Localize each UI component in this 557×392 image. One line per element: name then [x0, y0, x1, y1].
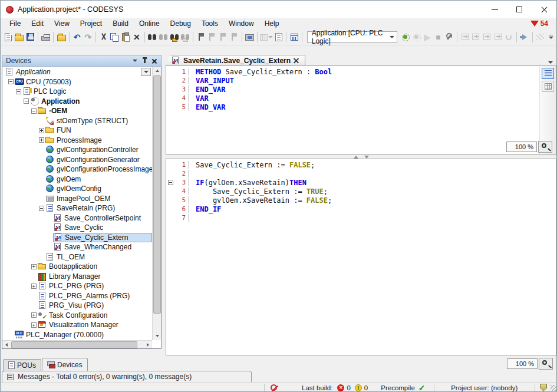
menu-window[interactable]: Window [223, 19, 259, 28]
open-project-button[interactable] [14, 31, 25, 44]
save-project-button[interactable] [25, 31, 35, 44]
start-button[interactable]: ▶ [422, 31, 433, 44]
panel-pin-button[interactable] [140, 57, 149, 65]
find-button[interactable] [147, 31, 157, 44]
tab-devices[interactable]: Devices [42, 358, 88, 371]
tree-item-gvlconfigurationgenerator[interactable]: gvlConfigurationGenerator [2, 155, 152, 165]
scroll-right-button[interactable] [144, 341, 152, 349]
maximize-button[interactable] [507, 1, 532, 18]
tree-item-imagepool-oem[interactable]: ImagePool_OEM [2, 194, 152, 204]
expand-icon[interactable] [31, 322, 37, 328]
editor-tab-list-dropdown[interactable] [548, 61, 553, 64]
collapse-icon[interactable] [31, 108, 37, 114]
paste-button[interactable] [120, 31, 131, 44]
tree-item-application[interactable]: Application [2, 97, 152, 107]
stop-button[interactable]: ■ [433, 31, 444, 44]
tree-item-bootapplication[interactable]: Bootapplication [2, 262, 152, 272]
toolbar-overflow-button[interactable] [546, 31, 556, 44]
tree-item-oem[interactable]: -OEM [2, 106, 152, 116]
panel-menu-button[interactable] [130, 57, 140, 65]
collapse-icon[interactable] [24, 98, 29, 104]
flow-control-button[interactable] [535, 31, 545, 44]
copy-button[interactable] [110, 31, 120, 44]
run-to-cursor-button[interactable] [493, 31, 503, 44]
tab-close-icon[interactable] [294, 58, 299, 63]
panel-close-button[interactable] [149, 57, 159, 65]
tree-item-saveretain-prg[interactable]: SaveRetain (PRG) [2, 203, 152, 213]
editor-tab[interactable]: M SaveRetain.Save_Cyclic_Extern [166, 55, 305, 65]
expand-icon[interactable] [31, 264, 37, 269]
tree-item-prg-visu-prg[interactable]: PRG_Visu (PRG) [2, 301, 152, 311]
scrollbar-thumb[interactable] [11, 341, 137, 348]
breakpoints-button[interactable] [444, 31, 454, 44]
declaration-zoom-level[interactable]: 100 % [506, 141, 537, 152]
tree-item-library-manager[interactable]: Library Manager [2, 272, 152, 282]
toggle-bookmark-button[interactable] [196, 31, 206, 44]
menu-build[interactable]: Build [107, 19, 134, 28]
expand-icon[interactable] [39, 137, 44, 143]
scroll-down-button[interactable] [153, 332, 162, 340]
minimize-button[interactable] [482, 1, 507, 18]
menu-file[interactable]: File [4, 19, 26, 28]
menu-edit[interactable]: Edit [26, 19, 49, 28]
undo-button[interactable]: ↶ [72, 31, 83, 44]
scrollbar-thumb[interactable] [153, 75, 161, 314]
tree-item-save-controllersetpoint[interactable]: MSave_ControllerSetpoint [2, 213, 152, 223]
resize-grip[interactable] [551, 385, 556, 391]
collapse-icon[interactable] [16, 89, 21, 94]
next-bookmark-button[interactable] [217, 31, 228, 44]
active-application-combo[interactable]: Application [CPU: PLC Logic] [307, 31, 397, 43]
login-button[interactable] [400, 31, 411, 44]
menu-debug[interactable]: Debug [165, 19, 196, 28]
tree-vertical-scrollbar[interactable] [152, 67, 161, 340]
step-into-button[interactable] [470, 31, 481, 44]
tree-item-gvlconfigurationprocessimage[interactable]: gvlConfigurationProcessImage [2, 164, 152, 174]
tree-item-task-configuration[interactable]: ✓Task Configuration [2, 311, 152, 321]
tree-item-processimage[interactable]: ProcessImage [2, 136, 152, 146]
tree-item-plc-logic[interactable]: PLC Logic [2, 87, 152, 97]
export-device-button[interactable] [244, 31, 255, 44]
clear-bookmarks-button[interactable] [229, 31, 239, 44]
tree-item-save-cyclic[interactable]: MSave_Cyclic [2, 223, 152, 233]
redo-button[interactable]: ↷ [83, 31, 93, 44]
step-over-button[interactable] [460, 31, 470, 44]
collapse-icon[interactable] [39, 206, 44, 211]
tree-item-plc-prg-prg[interactable]: PLC_PRG (PRG) [2, 281, 152, 291]
menu-online[interactable]: Online [134, 19, 165, 28]
scroll-left-button[interactable] [2, 341, 11, 349]
application-selector-dropdown[interactable] [141, 68, 151, 76]
implementation-zoom-button[interactable] [539, 358, 553, 370]
expand-icon[interactable] [31, 284, 37, 289]
menu-help[interactable]: Help [259, 19, 285, 28]
tree-item-plc-manager-70-0000[interactable]: PLCPLC_Manager (70.0000) [2, 330, 152, 340]
print-button[interactable] [41, 31, 51, 44]
textual-view-button[interactable] [542, 68, 554, 79]
fold-collapse-icon[interactable] [168, 180, 173, 185]
notification-area[interactable]: 54 [530, 19, 548, 28]
collapse-icon[interactable] [8, 79, 14, 84]
close-button[interactable] [532, 1, 556, 18]
forward-button[interactable] [519, 31, 530, 44]
menu-tools[interactable]: Tools [196, 19, 223, 28]
reset-warm-button[interactable] [503, 31, 514, 44]
tree-item-visualization-manager[interactable]: Visualization Manager [2, 320, 152, 330]
edit-object-button[interactable] [289, 31, 299, 44]
replace-in-project-button[interactable] [180, 31, 190, 44]
tree-horizontal-scrollbar[interactable] [2, 340, 152, 348]
expand-icon[interactable] [31, 312, 37, 318]
tabular-view-button[interactable] [542, 81, 554, 92]
expand-icon[interactable] [39, 128, 44, 133]
menu-view[interactable]: View [49, 19, 75, 28]
implementation-zoom-level[interactable]: 100 % [507, 358, 538, 369]
tree-item-application[interactable]: Application [2, 67, 152, 77]
cut-button[interactable] [98, 31, 109, 44]
find-replace-button[interactable] [158, 31, 169, 44]
tree-item-fun[interactable]: FUN [2, 126, 152, 136]
tree-item-plc-prg-alarms-prg[interactable]: PLC_PRG_Alarms (PRG) [2, 291, 152, 301]
tree-item-stoemtype-struct[interactable]: stOemType (STRUCT) [2, 116, 152, 126]
tree-item-gvloemconfig[interactable]: gvlOemConfig [2, 184, 152, 194]
previous-bookmark-button[interactable] [207, 31, 217, 44]
implementation-editor[interactable]: 1Save_Cyclic_Extern := FALSE;23IF(gvlOem… [166, 159, 556, 355]
menu-project[interactable]: Project [75, 19, 107, 28]
tab-pous[interactable]: POUs [3, 359, 41, 371]
